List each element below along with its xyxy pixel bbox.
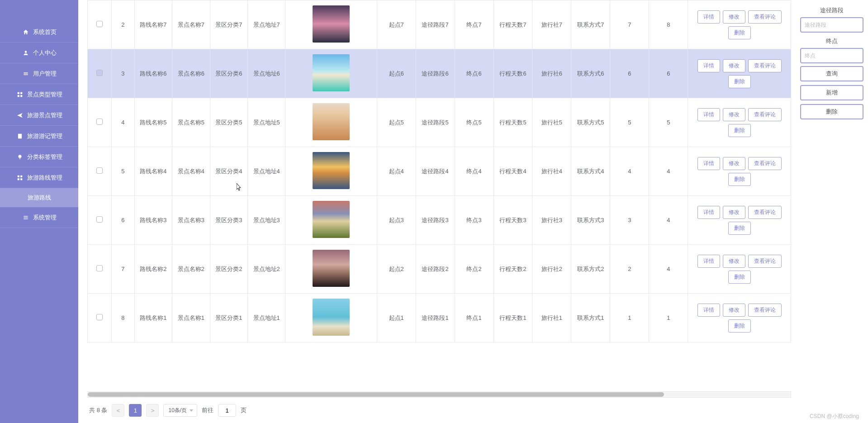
edit-button[interactable]: 修改: [723, 157, 745, 170]
edit-button[interactable]: 修改: [723, 304, 745, 317]
svg-rect-2: [20, 92, 22, 94]
cell-address: 景点地址3: [247, 196, 285, 245]
cell-end: 终点4: [455, 147, 493, 196]
goto-suffix: 页: [241, 406, 247, 414]
sidebar-item-1[interactable]: 个人中心: [0, 43, 78, 63]
comments-button[interactable]: 查看评论: [748, 108, 782, 121]
row-delete-button[interactable]: 删除: [728, 124, 751, 137]
edit-button[interactable]: 修改: [723, 206, 745, 219]
cell-n1: 4: [610, 147, 649, 196]
comments-button[interactable]: 查看评论: [748, 59, 782, 72]
comments-button[interactable]: 查看评论: [748, 157, 782, 170]
comments-button[interactable]: 查看评论: [748, 304, 782, 317]
row-checkbox[interactable]: [96, 167, 103, 174]
cell-segment: 途径路段6: [416, 49, 455, 98]
cell-agency: 旅行社2: [532, 245, 571, 294]
cell-route: 路线名称2: [134, 245, 172, 294]
table-scroll[interactable]: 2路线名称7景点名称7景区分类7景点地址7起点7途径路段7终点7行程天数7旅行社…: [87, 0, 791, 390]
detail-button[interactable]: 详情: [697, 157, 720, 170]
goto-label: 前往: [202, 406, 213, 414]
cell-n2: 4: [649, 245, 688, 294]
prev-page-button[interactable]: <: [112, 404, 124, 417]
page-1-button[interactable]: 1: [129, 404, 142, 417]
row-checkbox[interactable]: [96, 21, 103, 27]
sidebar-item-0[interactable]: 系统首页: [0, 22, 78, 43]
cell-segment: 途径路段4: [416, 147, 455, 196]
row-checkbox[interactable]: [96, 265, 103, 271]
row-delete-button[interactable]: 删除: [728, 271, 751, 284]
next-page-button[interactable]: >: [146, 404, 159, 417]
add-button[interactable]: 新增: [800, 85, 863, 100]
goto-page-input[interactable]: [218, 404, 236, 417]
thumbnail-image[interactable]: [313, 201, 350, 238]
horizontal-scrollbar[interactable]: [87, 391, 791, 398]
cell-start: 起点7: [377, 0, 416, 49]
thumbnail-image[interactable]: [313, 250, 350, 287]
detail-button[interactable]: 详情: [697, 206, 720, 219]
thumbnail-image[interactable]: [313, 299, 350, 336]
row-delete-button[interactable]: 删除: [728, 222, 751, 235]
edit-button[interactable]: 修改: [723, 108, 745, 121]
page-size-select[interactable]: 10条/页: [163, 404, 197, 417]
detail-button[interactable]: 详情: [697, 59, 720, 72]
row-delete-button[interactable]: 删除: [728, 319, 751, 333]
cell-agency: 旅行社1: [532, 294, 571, 342]
sidebar-item-2[interactable]: 用户管理: [0, 63, 78, 84]
detail-button[interactable]: 详情: [697, 255, 720, 268]
cell-n2: 4: [649, 196, 688, 245]
delete-button[interactable]: 删除: [800, 104, 863, 119]
row-index: 8: [112, 294, 135, 342]
sidebar-sub-item[interactable]: 旅游路线: [0, 188, 78, 207]
svg-rect-3: [17, 95, 19, 97]
cell-n2: 4: [649, 147, 688, 196]
row-checkbox[interactable]: [96, 119, 103, 125]
comments-button[interactable]: 查看评论: [748, 10, 782, 24]
cell-n2: 6: [649, 49, 688, 98]
thumbnail-image[interactable]: [313, 152, 350, 189]
sidebar-item-label: 系统首页: [33, 28, 57, 36]
edit-button[interactable]: 修改: [723, 59, 745, 72]
detail-button[interactable]: 详情: [697, 304, 720, 317]
sidebar-item-6[interactable]: 分类标签管理: [0, 147, 78, 167]
row-delete-button[interactable]: 删除: [728, 26, 751, 39]
cell-days: 行程天数1: [493, 294, 532, 342]
cell-days: 行程天数7: [493, 0, 532, 49]
detail-button[interactable]: 详情: [697, 108, 720, 121]
sidebar-item-4[interactable]: 旅游景点管理: [0, 105, 78, 126]
thumbnail-image[interactable]: [313, 5, 350, 43]
row-checkbox[interactable]: [96, 314, 103, 320]
cell-agency: 旅行社3: [532, 196, 571, 245]
sidebar-item-label: 景点类型管理: [27, 90, 62, 99]
sidebar-item-5[interactable]: 旅游游记管理: [0, 126, 78, 147]
svg-rect-1: [17, 92, 19, 94]
thumbnail-image[interactable]: [313, 103, 350, 140]
row-checkbox[interactable]: [96, 216, 103, 223]
end-input[interactable]: [800, 48, 863, 63]
cell-days: 行程天数3: [493, 196, 532, 245]
cell-route: 路线名称3: [134, 196, 172, 245]
detail-button[interactable]: 详情: [697, 10, 720, 24]
comments-button[interactable]: 查看评论: [748, 206, 782, 219]
row-delete-button[interactable]: 删除: [728, 75, 751, 88]
sidebar-item-3[interactable]: 景点类型管理: [0, 84, 78, 105]
segment-input[interactable]: [800, 17, 863, 33]
cell-route: 路线名称7: [134, 0, 172, 49]
query-button[interactable]: 查询: [800, 66, 863, 81]
cell-end: 终点5: [455, 98, 493, 147]
menu-icon: [22, 214, 29, 221]
send-icon: [16, 112, 24, 119]
segment-label: 途径路段: [800, 6, 863, 14]
edit-button[interactable]: 修改: [723, 10, 745, 24]
cell-category: 景区分类6: [210, 49, 247, 98]
cell-segment: 途径路段5: [416, 98, 455, 147]
sidebar-item-8[interactable]: 系统管理: [0, 207, 78, 228]
thumbnail-image[interactable]: [313, 54, 350, 91]
sidebar-item-7[interactable]: 旅游路线管理: [0, 167, 78, 188]
edit-button[interactable]: 修改: [723, 255, 745, 268]
comments-button[interactable]: 查看评论: [748, 255, 782, 268]
row-delete-button[interactable]: 删除: [728, 173, 751, 186]
cell-days: 行程天数5: [493, 98, 532, 147]
cell-n2: 1: [649, 294, 688, 342]
cell-end: 终点7: [455, 0, 493, 49]
row-checkbox[interactable]: [96, 70, 103, 76]
